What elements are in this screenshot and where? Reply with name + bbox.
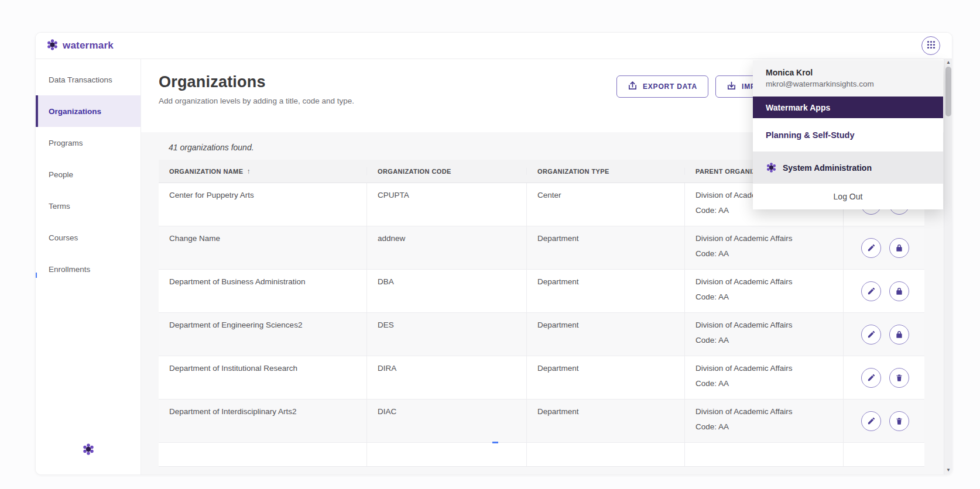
menu-item-system-administration[interactable]: System Administration xyxy=(753,151,943,184)
sidebar-item[interactable]: Programs xyxy=(36,127,141,159)
trash-icon xyxy=(895,374,903,382)
cell-organization-name: Change Name xyxy=(159,226,367,269)
edit-button[interactable] xyxy=(861,368,881,388)
sidebar-item-label: Courses xyxy=(49,233,78,242)
delete-button[interactable] xyxy=(889,411,909,431)
partial-cell xyxy=(844,443,924,466)
table-row-partial xyxy=(159,443,924,467)
sidebar-item[interactable]: Terms xyxy=(36,190,141,222)
scroll-down-arrow[interactable]: ▼ xyxy=(944,466,952,474)
cell-organization-code: CPUPTA xyxy=(367,183,527,226)
table-row: Change Name addnew Department Division o… xyxy=(159,226,924,270)
pencil-icon xyxy=(867,243,876,252)
partial-cell xyxy=(527,443,685,466)
menu-item-label: Planning & Self-Study xyxy=(766,130,854,140)
cell-organization-type: Department xyxy=(527,356,685,399)
sidebar-item[interactable]: Data Transactions xyxy=(36,64,141,95)
parent-name: Division of Academic Affairs xyxy=(695,407,835,416)
parent-code: Code: AA xyxy=(695,249,835,258)
lock-icon xyxy=(895,330,903,339)
cell-organization-type: Department xyxy=(527,226,685,269)
edit-button[interactable] xyxy=(861,238,881,258)
lock-button[interactable] xyxy=(889,238,909,258)
partial-cell xyxy=(685,443,844,466)
header-organization-code[interactable]: ORGANIZATION CODE xyxy=(367,168,527,175)
parent-name: Division of Academic Affairs xyxy=(695,364,835,373)
header-type-label: ORGANIZATION TYPE xyxy=(537,168,609,175)
row-actions xyxy=(844,400,924,442)
brand-name: watermark xyxy=(63,40,114,51)
sidebar-item[interactable]: People xyxy=(36,159,141,190)
user-dropdown-menu: Monica Krol mkrol@watermarkinsights.com … xyxy=(753,60,943,209)
row-actions xyxy=(844,226,924,269)
header-organization-type[interactable]: ORGANIZATION TYPE xyxy=(527,168,685,175)
sidebar-item-label: People xyxy=(49,170,73,179)
user-email: mkrol@watermarkinsights.com xyxy=(766,80,943,88)
header-code-label: ORGANIZATION CODE xyxy=(378,168,451,175)
log-out-button[interactable]: Log Out xyxy=(753,184,943,209)
pencil-icon xyxy=(867,416,876,425)
cell-organization-name: Department of Engineering Sciences2 xyxy=(159,313,367,356)
cell-organization-code: DBA xyxy=(367,270,527,312)
table-row: Department of Institutional Research DIR… xyxy=(159,356,924,400)
watermark-spark-icon xyxy=(46,39,59,53)
user-name: Monica Krol xyxy=(766,68,943,77)
pencil-icon xyxy=(867,330,876,339)
delete-button[interactable] xyxy=(889,368,909,388)
export-label: EXPORT DATA xyxy=(643,82,697,91)
vertical-scrollbar[interactable]: ▲ ▼ xyxy=(944,58,952,474)
menu-item-planning-self-study[interactable]: Planning & Self-Study xyxy=(753,118,943,151)
parent-name: Division of Academic Affairs xyxy=(695,321,835,329)
row-actions xyxy=(844,356,924,399)
watermark-logo[interactable]: watermark xyxy=(46,39,114,53)
export-data-button[interactable]: EXPORT DATA xyxy=(616,75,708,98)
cell-parent-organization: Division of Academic Affairs Code: AA xyxy=(685,226,844,269)
row-actions xyxy=(844,270,924,312)
lock-button[interactable] xyxy=(889,281,909,301)
sidebar-item-label: Enrollments xyxy=(49,265,90,274)
cell-organization-name: Department of Institutional Research xyxy=(159,356,367,399)
partial-cell xyxy=(367,443,527,466)
header-name-label: ORGANIZATION NAME xyxy=(169,168,243,175)
sidebar-item-label: Data Transactions xyxy=(49,75,112,84)
artifact-blue-tick xyxy=(35,273,37,278)
scrollbar-thumb[interactable] xyxy=(945,67,951,116)
parent-name: Division of Academic Affairs xyxy=(695,277,835,286)
parent-code: Code: AA xyxy=(695,336,835,345)
cell-organization-code: DIRA xyxy=(367,356,527,399)
edit-button[interactable] xyxy=(861,281,881,301)
sidebar-item[interactable]: Organizations xyxy=(36,95,141,127)
parent-code: Code: AA xyxy=(695,422,835,431)
sidebar-watermark-spark-icon xyxy=(82,443,95,458)
sidebar-item-label: Organizations xyxy=(49,107,101,116)
menu-item-label: System Administration xyxy=(783,163,872,173)
cell-organization-type: Department xyxy=(527,270,685,312)
cell-organization-type: Center xyxy=(527,183,685,226)
cell-organization-name: Department of Business Administration xyxy=(159,270,367,312)
cell-organization-name: Center for Puppetry Arts xyxy=(159,183,367,226)
sidebar-item[interactable]: Courses xyxy=(36,222,141,253)
watermark-apps-header: Watermark Apps xyxy=(753,97,943,118)
pencil-icon xyxy=(867,373,876,382)
cell-organization-code: DES xyxy=(367,313,527,356)
top-bar: watermark xyxy=(36,33,952,59)
edit-button[interactable] xyxy=(861,325,881,345)
edit-button[interactable] xyxy=(861,411,881,431)
export-icon xyxy=(628,81,638,92)
user-info: Monica Krol mkrol@watermarkinsights.com xyxy=(753,60,943,97)
sidebar-item[interactable]: Enrollments xyxy=(36,253,141,285)
header-organization-name[interactable]: ORGANIZATION NAME ↑ xyxy=(159,167,367,175)
table-row: Department of Business Administration DB… xyxy=(159,270,924,313)
cell-parent-organization: Division of Academic Affairs Code: AA xyxy=(685,356,844,399)
table-row: Department of Engineering Sciences2 DES … xyxy=(159,313,924,356)
lock-icon xyxy=(895,244,903,252)
lock-button[interactable] xyxy=(889,325,909,345)
trash-icon xyxy=(895,417,903,425)
apps-grid-button[interactable] xyxy=(921,36,940,55)
cell-organization-type: Department xyxy=(527,400,685,442)
partial-cell xyxy=(159,443,367,466)
app-window: watermark xyxy=(35,32,952,475)
scroll-up-arrow[interactable]: ▲ xyxy=(944,58,952,66)
sidebar-item-label: Terms xyxy=(49,202,70,211)
table-row: Department of Interdisciplinary Arts2 DI… xyxy=(159,400,924,443)
